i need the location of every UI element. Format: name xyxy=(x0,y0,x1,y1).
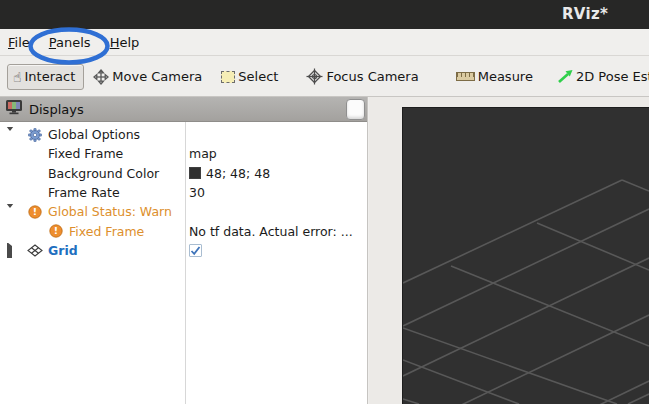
row-label: Grid xyxy=(48,243,78,258)
background-color-value[interactable]: 48; 48; 48 xyxy=(185,166,270,181)
tree-row-fixed-frame[interactable]: Fixed Frame map xyxy=(0,144,367,163)
warning-icon: ! xyxy=(27,205,43,219)
menu-panels-mnemonic: P xyxy=(49,35,56,50)
title-bar: RViz* xyxy=(0,0,649,29)
warning-icon: ! xyxy=(48,224,64,238)
3d-viewport[interactable] xyxy=(402,107,649,404)
tool-focus-camera-button[interactable]: Focus Camera xyxy=(306,68,418,85)
displays-tree: Global Options Fixed Frame map Backgroun… xyxy=(0,122,367,404)
menu-panels[interactable]: Panels xyxy=(49,31,91,54)
tree-row-frame-rate[interactable]: Frame Rate 30 xyxy=(0,183,367,202)
tool-2d-pose-estimate-label: 2D Pose Esti xyxy=(576,69,649,84)
main-area: Displays xyxy=(0,97,649,404)
tool-measure-button[interactable]: Measure xyxy=(456,69,533,84)
row-label: Global Options xyxy=(48,127,140,142)
row-label: Frame Rate xyxy=(48,185,120,200)
tool-move-camera-label: Move Camera xyxy=(112,69,202,84)
tree-row-global-options[interactable]: Global Options xyxy=(0,125,367,144)
menu-help[interactable]: Help xyxy=(110,31,140,54)
frame-rate-value[interactable]: 30 xyxy=(185,185,205,200)
tool-select-button[interactable]: Select xyxy=(221,69,278,84)
selection-box-icon xyxy=(221,71,235,83)
tree-row-background-color[interactable]: Background Color 48; 48; 48 xyxy=(0,164,367,183)
tool-interact-button[interactable]: ☝ Interact xyxy=(7,64,84,90)
row-label: Fixed Frame xyxy=(48,146,123,161)
tree-row-fixed-frame-warning[interactable]: ! Fixed Frame No tf data. Actual error: … xyxy=(0,221,367,240)
displays-panel-header[interactable]: Displays xyxy=(0,97,367,122)
menu-help-mnemonic: H xyxy=(110,35,120,50)
svg-text:!: ! xyxy=(33,206,37,217)
tool-2d-pose-estimate-button[interactable]: 2D Pose Esti xyxy=(557,69,649,84)
tool-focus-camera-label: Focus Camera xyxy=(326,69,418,84)
collapse-arrow-icon[interactable] xyxy=(6,131,14,139)
ruler-icon xyxy=(456,72,475,81)
tree-row-global-status[interactable]: ! Global Status: Warn xyxy=(0,202,367,221)
monitor-icon xyxy=(5,99,23,119)
menu-bar: File Panels Help xyxy=(0,29,649,56)
move-arrows-icon xyxy=(93,69,109,85)
render-area xyxy=(369,97,649,404)
tool-interact-label: Interact xyxy=(25,69,76,84)
displays-panel: Displays xyxy=(0,97,368,404)
color-swatch xyxy=(189,167,201,179)
toolbar: ☝ Interact Move Camera Select xyxy=(0,57,649,97)
fixed-frame-value[interactable]: map xyxy=(185,146,217,161)
menu-help-rest: elp xyxy=(119,35,139,50)
row-label: Global Status: Warn xyxy=(48,204,172,219)
window-title: RViz* xyxy=(562,5,608,23)
menu-file[interactable]: File xyxy=(8,31,30,54)
grid-enabled-checkbox[interactable] xyxy=(189,244,202,257)
focus-crosshair-icon xyxy=(306,68,323,85)
tool-move-camera-button[interactable]: Move Camera xyxy=(93,69,202,85)
tree-column-separator[interactable] xyxy=(185,122,186,404)
gear-icon xyxy=(27,128,43,142)
expand-arrow-icon[interactable] xyxy=(6,246,14,254)
tool-measure-label: Measure xyxy=(478,69,533,84)
color-value-text: 48; 48; 48 xyxy=(206,166,270,181)
svg-text:!: ! xyxy=(54,226,58,237)
tf-error-message: No tf data. Actual error: ... xyxy=(185,224,353,239)
panel-float-button[interactable] xyxy=(346,99,365,120)
hand-cursor-icon: ☝ xyxy=(13,70,22,84)
menu-file-rest: ile xyxy=(15,35,30,50)
row-label: Background Color xyxy=(48,166,159,181)
menu-panels-rest: anels xyxy=(56,35,91,50)
ground-grid xyxy=(403,108,649,404)
displays-panel-title: Displays xyxy=(29,102,84,117)
row-label: Fixed Frame xyxy=(69,224,144,239)
collapse-arrow-icon[interactable] xyxy=(6,208,14,216)
tree-row-grid[interactable]: Grid xyxy=(0,241,367,260)
tool-select-label: Select xyxy=(238,69,278,84)
grid-icon xyxy=(27,244,43,257)
pose-arrow-icon xyxy=(557,69,573,84)
